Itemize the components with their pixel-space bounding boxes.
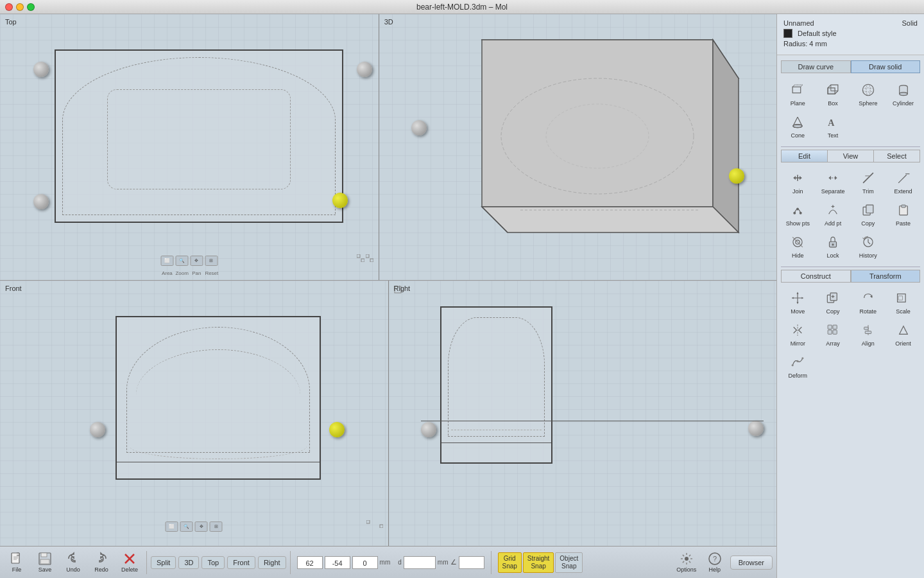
rotate-icon [859, 289, 877, 307]
nav-sphere-tr[interactable] [357, 62, 372, 77]
select-tab[interactable]: Select [874, 150, 920, 162]
svg-rect-12 [366, 520, 370, 523]
viewport-top[interactable]: Top ⬜ 🔍 [0, 14, 379, 280]
transform-tab[interactable]: Transform [851, 270, 921, 283]
deform-tool[interactable]: Deform [781, 351, 815, 381]
prop-radius-row: Radius: 4 mm [783, 40, 918, 48]
viewport-3d[interactable]: 3D [379, 14, 776, 280]
construct-tab[interactable]: Construct [781, 270, 851, 283]
plane-tool[interactable]: Plane [781, 78, 815, 109]
zoom-icon[interactable]: 🔍 [175, 256, 188, 266]
nav-sphere-right-right[interactable] [748, 421, 764, 436]
maximize-button[interactable] [27, 3, 35, 11]
corner-resize-icons [357, 254, 373, 262]
separator-2 [290, 551, 291, 574]
history-tool[interactable]: History [851, 231, 886, 261]
nav-sphere-front-left[interactable] [90, 422, 105, 437]
nav-sphere-bl[interactable] [33, 194, 49, 209]
bottom-toolbar: File Save Undo Redo [0, 546, 776, 578]
nav-sphere-3d-right-yellow[interactable] [729, 168, 744, 184]
cylinder-icon [894, 81, 912, 99]
delete-label: Delete [121, 566, 138, 573]
nav-sphere-front-right-yellow[interactable] [329, 422, 345, 437]
sphere-tool[interactable]: Sphere [851, 78, 886, 109]
angle-input[interactable] [459, 556, 484, 569]
text-label: Text [828, 132, 839, 139]
join-tool[interactable]: Join [781, 166, 815, 197]
scale-tool[interactable]: Scale [886, 286, 920, 317]
browser-button[interactable]: Browser [730, 556, 773, 570]
lock-tool[interactable]: Lock [816, 231, 850, 261]
distance-section: d mm ∠ [398, 556, 484, 569]
array-tool[interactable]: Array [816, 319, 850, 349]
align-tool[interactable]: Align [851, 319, 886, 349]
3d-view-button[interactable]: 3D [178, 556, 199, 569]
svg-point-37 [866, 84, 870, 95]
copy2-tool[interactable]: Copy [816, 286, 850, 317]
edit-tab[interactable]: Edit [782, 150, 828, 162]
coord-y[interactable]: -54 [325, 556, 350, 569]
move-label: Move [791, 308, 805, 315]
trim-tool[interactable]: Trim [851, 166, 886, 197]
front-reset-icon[interactable]: ⊞ [210, 521, 223, 532]
coord-x[interactable]: 62 [297, 556, 323, 569]
draw-solid-tab[interactable]: Draw solid [851, 60, 921, 73]
box-tool[interactable]: Box [816, 78, 850, 109]
split-button[interactable]: Split [151, 556, 176, 569]
area-icon[interactable]: ⬜ [160, 256, 173, 266]
extend-tool[interactable]: Extend [886, 166, 920, 197]
nav-sphere-br-yellow[interactable] [332, 193, 348, 208]
straight-snap-button[interactable]: Straight Snap [523, 552, 554, 573]
front-view-button[interactable]: Front [227, 556, 255, 569]
paste-tool[interactable]: Paste [886, 198, 920, 229]
viewport-front[interactable]: Front [0, 281, 389, 547]
coord-z[interactable]: 0 [352, 556, 378, 569]
show-pts-icon [789, 201, 807, 219]
top-view-button[interactable]: Top [201, 556, 225, 569]
grid-snap-button[interactable]: Grid Snap [498, 552, 522, 573]
nav-sphere-tl[interactable] [33, 62, 49, 77]
file-button[interactable]: File [4, 549, 30, 576]
object-snap-button[interactable]: Object Snap [555, 552, 583, 573]
show-pts-tool[interactable]: Show pts [781, 198, 815, 229]
sketch-front-inner-arc [136, 349, 300, 440]
add-pt-tool[interactable]: Add pt [816, 198, 850, 229]
orient-tool[interactable]: Orient [886, 319, 920, 349]
save-button[interactable]: Save [32, 549, 58, 576]
nav-sphere-3d-left[interactable] [411, 120, 427, 136]
right-view-button[interactable]: Right [258, 556, 286, 569]
tools-section: Draw curve Draw solid Plane [777, 55, 924, 578]
front-area-icon[interactable]: ⬜ [166, 521, 178, 532]
front-pan-icon[interactable]: ✥ [195, 521, 208, 532]
help-button[interactable]: ? Help [702, 549, 728, 576]
hide-tool[interactable]: Hide [781, 231, 815, 261]
distance-input[interactable] [404, 556, 436, 569]
undo-button[interactable]: Undo [60, 549, 86, 576]
copy-label: Copy [861, 220, 875, 227]
draw-curve-tab[interactable]: Draw curve [781, 60, 851, 73]
mirror-tool[interactable]: Mirror [781, 319, 815, 349]
cylinder-tool[interactable]: Cylinder [886, 78, 920, 109]
options-button[interactable]: Options [674, 549, 699, 576]
align-icon [859, 321, 877, 339]
cone-tool[interactable]: Cone [781, 110, 815, 141]
separate-tool[interactable]: Separate [816, 166, 850, 197]
svg-marker-5 [482, 40, 713, 207]
delete-button[interactable]: Delete [117, 549, 142, 576]
reset-icon[interactable]: ⊞ [205, 256, 218, 266]
pan-icon[interactable]: ✥ [190, 256, 203, 266]
rotate-tool[interactable]: Rotate [851, 286, 886, 317]
close-button[interactable] [5, 3, 13, 11]
nav-sphere-right-left[interactable] [421, 422, 436, 437]
text-tool[interactable]: A Text [816, 110, 850, 141]
view-tab[interactable]: View [828, 150, 874, 162]
svg-point-90 [792, 364, 794, 366]
copy-tool[interactable]: Copy [851, 198, 886, 229]
edit-tabs: Edit View Select [781, 150, 920, 162]
move-tool[interactable]: Move [781, 286, 815, 317]
viewport-right[interactable]: Right [389, 281, 777, 547]
front-zoom-icon[interactable]: 🔍 [180, 521, 193, 532]
svg-point-55 [794, 212, 796, 215]
minimize-button[interactable] [16, 3, 24, 11]
redo-button[interactable]: Redo [89, 549, 114, 576]
